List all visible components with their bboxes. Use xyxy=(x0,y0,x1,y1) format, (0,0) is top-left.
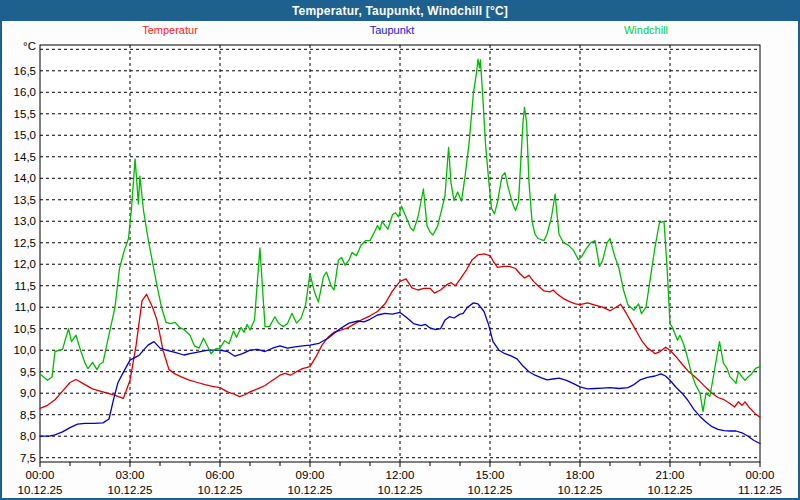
x-tick-date-label: 10.12.25 xyxy=(288,484,333,496)
y-axis-unit-label: °C xyxy=(23,40,36,52)
y-tick-label: 13,0 xyxy=(14,215,36,227)
weather-chart-window: Temperatur, Taupunkt, Windchill [°C] Tem… xyxy=(0,0,800,500)
x-tick-time-label: 00:00 xyxy=(746,469,775,481)
y-tick-label: 7,5 xyxy=(20,452,36,464)
y-tick-label: 16,5 xyxy=(14,65,36,77)
x-tick-time-label: 21:00 xyxy=(656,469,685,481)
y-tick-label: 11,5 xyxy=(14,280,36,292)
x-tick-date-label: 10.12.25 xyxy=(648,484,693,496)
line-chart-canvas: 16,516,015,515,014,514,013,513,012,512,0… xyxy=(2,2,798,498)
x-tick-date-label: 11.12.25 xyxy=(738,484,782,496)
x-tick-date-label: 10.12.25 xyxy=(108,484,153,496)
x-tick-date-label: 10.12.25 xyxy=(468,484,513,496)
y-tick-label: 8,5 xyxy=(20,409,36,421)
y-tick-label: 15,5 xyxy=(14,108,36,120)
x-tick-date-label: 10.12.25 xyxy=(198,484,243,496)
x-tick-date-label: 10.12.25 xyxy=(558,484,603,496)
x-tick-time-label: 09:00 xyxy=(296,469,325,481)
y-tick-label: 9,0 xyxy=(20,387,36,399)
y-tick-label: 14,5 xyxy=(14,151,36,163)
y-tick-label: 12,0 xyxy=(14,258,36,270)
x-tick-time-label: 18:00 xyxy=(566,469,595,481)
y-tick-label: 16,0 xyxy=(14,86,36,98)
x-tick-time-label: 12:00 xyxy=(386,469,415,481)
y-tick-label: 10,0 xyxy=(14,344,36,356)
x-tick-time-label: 03:00 xyxy=(116,469,145,481)
y-tick-label: 10,5 xyxy=(14,323,36,335)
y-tick-label: 13,5 xyxy=(14,194,36,206)
x-tick-time-label: 15:00 xyxy=(476,469,505,481)
y-tick-label: 11,0 xyxy=(14,301,36,313)
chart-area: 16,516,015,515,014,514,013,513,012,512,0… xyxy=(2,2,798,498)
y-tick-label: 14,0 xyxy=(14,172,36,184)
x-tick-time-label: 00:00 xyxy=(26,469,55,481)
y-tick-label: 8,0 xyxy=(20,430,36,442)
x-tick-time-label: 06:00 xyxy=(206,469,235,481)
y-tick-label: 15,0 xyxy=(14,129,36,141)
x-tick-date-label: 10.12.25 xyxy=(18,484,63,496)
y-tick-label: 9,5 xyxy=(20,366,36,378)
y-tick-label: 12,5 xyxy=(14,237,36,249)
x-tick-date-label: 10.12.25 xyxy=(378,484,423,496)
